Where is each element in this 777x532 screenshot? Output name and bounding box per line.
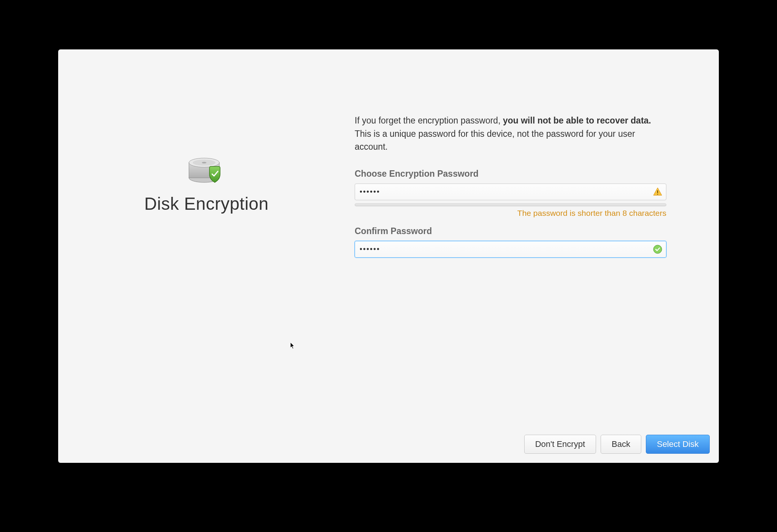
back-button[interactable]: Back xyxy=(601,435,641,454)
info-text: If you forget the encryption password, y… xyxy=(355,114,666,154)
info-bold: you will not be able to recover data. xyxy=(503,116,651,125)
page-title: Disk Encryption xyxy=(144,193,268,214)
svg-point-7 xyxy=(653,245,662,253)
svg-rect-6 xyxy=(657,194,658,195)
choose-password-input[interactable] xyxy=(355,184,666,200)
left-pane: Disk Encryption xyxy=(58,49,355,463)
svg-rect-5 xyxy=(657,190,658,193)
confirm-password-label: Confirm Password xyxy=(355,226,704,236)
select-disk-button[interactable]: Select Disk xyxy=(646,435,710,454)
right-pane: If you forget the encryption password, y… xyxy=(355,49,719,463)
button-bar: Don't Encrypt Back Select Disk xyxy=(524,435,710,454)
disk-shield-icon xyxy=(187,156,225,186)
warning-icon xyxy=(653,187,663,197)
confirm-password-row xyxy=(355,241,666,258)
info-suffix: This is a unique password for this devic… xyxy=(355,129,635,152)
confirm-password-input[interactable] xyxy=(355,241,666,258)
password-strength-bar xyxy=(355,203,666,206)
choose-password-label: Choose Encryption Password xyxy=(355,169,704,179)
installer-window: Disk Encryption If you forget the encryp… xyxy=(58,49,719,463)
dont-encrypt-button[interactable]: Don't Encrypt xyxy=(524,435,596,454)
check-icon xyxy=(653,244,663,254)
choose-password-row xyxy=(355,184,666,200)
info-prefix: If you forget the encryption password, xyxy=(355,116,503,125)
password-strength-message: The password is shorter than 8 character… xyxy=(355,209,666,218)
svg-point-4 xyxy=(202,162,206,163)
